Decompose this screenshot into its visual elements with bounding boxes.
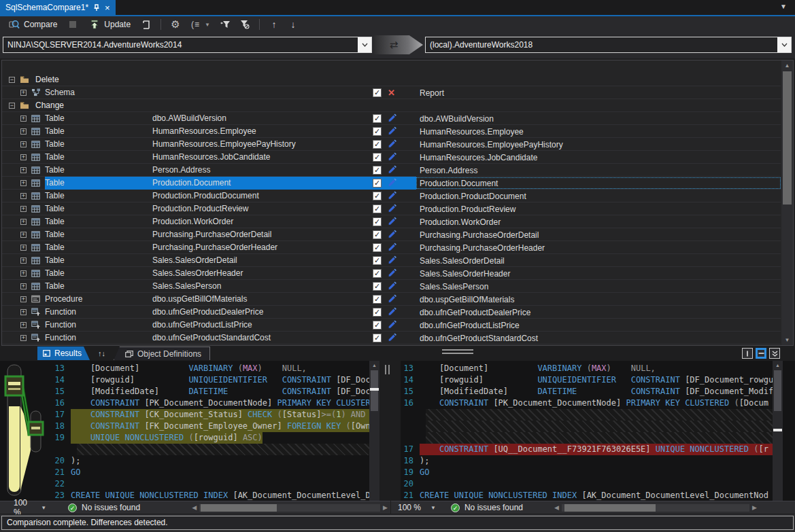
- panel-splitter-grip[interactable]: [442, 349, 473, 354]
- expand-toggle-icon[interactable]: +: [20, 270, 27, 277]
- table-row[interactable]: +Functiondbo.ufnGetProductDealerPrice✓db…: [2, 306, 781, 319]
- close-icon[interactable]: ×: [105, 3, 110, 12]
- include-checkbox[interactable]: ✓: [373, 269, 382, 278]
- compare-button[interactable]: Compare: [5, 17, 60, 32]
- target-database-select[interactable]: (local).AdventureWorks2018: [425, 37, 792, 53]
- expand-toggle-icon[interactable]: +: [20, 322, 27, 328]
- expand-toggle-icon[interactable]: +: [20, 309, 27, 315]
- table-row[interactable]: +TableProduction.WorkOrder✓Production.Wo…: [2, 215, 781, 228]
- scroll-left-icon[interactable]: ◀: [189, 504, 199, 511]
- collapse-toggle-icon[interactable]: −: [9, 103, 15, 109]
- expand-toggle-icon[interactable]: +: [20, 245, 27, 251]
- table-row[interactable]: +TableSales.SalesOrderDetail✓Sales.Sales…: [2, 254, 781, 267]
- expand-toggle-icon[interactable]: +: [20, 167, 27, 173]
- include-checkbox[interactable]: ✓: [373, 153, 382, 162]
- include-checkbox[interactable]: ✓: [373, 256, 382, 265]
- expand-toggle-icon[interactable]: +: [20, 206, 27, 212]
- split-horizontal-icon[interactable]: [756, 348, 766, 359]
- table-row[interactable]: +TableProduction.ProductReview✓Productio…: [2, 202, 781, 215]
- expand-toggle-icon[interactable]: +: [20, 154, 27, 160]
- stop-icon[interactable]: [67, 18, 79, 31]
- scrollbar-thumb[interactable]: [201, 504, 277, 512]
- table-row[interactable]: +TableHumanResources.JobCandidate✓HumanR…: [2, 151, 781, 164]
- table-row[interactable]: +TableSales.SalesPerson✓Sales.SalesPerso…: [2, 280, 781, 293]
- include-checkbox[interactable]: ✓: [373, 88, 382, 97]
- scrollbar-thumb[interactable]: [774, 370, 781, 411]
- filter-icon[interactable]: [220, 18, 232, 31]
- zoom-level-select[interactable]: 100 % ▼: [391, 503, 436, 512]
- table-row[interactable]: +TableProduction.Document✓Production.Doc…: [2, 177, 781, 190]
- table-row[interactable]: +TableHumanResources.Employee✓HumanResou…: [2, 125, 781, 138]
- expand-toggle-icon[interactable]: +: [20, 335, 27, 341]
- scroll-up-icon[interactable]: ▲: [773, 363, 783, 368]
- table-row[interactable]: +TableHumanResources.EmployeePayHistory✓…: [2, 138, 781, 151]
- expand-toggle-icon[interactable]: +: [20, 232, 27, 238]
- group-row[interactable]: −Delete: [2, 73, 781, 86]
- table-row[interactable]: +Schema✓✕Report: [2, 86, 781, 99]
- expand-toggle-icon[interactable]: +: [20, 283, 27, 289]
- expand-toggle-icon[interactable]: +: [20, 193, 27, 199]
- window-dropdown-icon[interactable]: ▼: [780, 3, 787, 10]
- clear-filter-icon[interactable]: [239, 18, 251, 31]
- include-checkbox[interactable]: ✓: [373, 321, 382, 330]
- options-gear-icon[interactable]: ⚙: [169, 18, 182, 31]
- generate-script-icon[interactable]: [140, 18, 152, 31]
- collapse-toggle-icon[interactable]: −: [9, 77, 15, 83]
- group-by-button[interactable]: (≡ ▼: [188, 18, 213, 31]
- include-checkbox[interactable]: ✓: [373, 295, 382, 304]
- target-vertical-scrollbar[interactable]: ▲: [773, 361, 783, 501]
- next-difference-icon[interactable]: ↓: [287, 18, 299, 31]
- previous-difference-icon[interactable]: ↑: [268, 18, 280, 31]
- expand-toggle-icon[interactable]: +: [20, 219, 27, 225]
- table-row[interactable]: +Functiondbo.ufnGetProductListPrice✓dbo.…: [2, 319, 781, 332]
- expand-toggle-icon[interactable]: +: [20, 141, 27, 147]
- scrollbar-thumb[interactable]: [783, 71, 792, 205]
- scroll-right-icon[interactable]: ▶: [749, 504, 760, 511]
- expand-toggle-icon[interactable]: +: [20, 180, 27, 186]
- pin-icon[interactable]: [93, 4, 100, 12]
- source-database-select[interactable]: NINJA\SQLSERVER2014.AdventureWorks2014: [3, 37, 372, 53]
- table-row[interactable]: +TablePerson.Address✓Person.Address: [2, 164, 781, 177]
- table-row[interactable]: +TablePurchasing.PurchaseOrderHeader✓Pur…: [2, 241, 781, 254]
- scrollbar-thumb[interactable]: [371, 370, 378, 411]
- table-row[interactable]: +Proceduredbo.uspGetBillOfMaterials✓dbo.…: [2, 293, 781, 306]
- include-checkbox[interactable]: ✓: [373, 205, 382, 213]
- include-checkbox[interactable]: ✓: [373, 140, 382, 149]
- include-checkbox[interactable]: ✓: [373, 308, 382, 317]
- source-definition-pane[interactable]: 13 [Document] VARBINARY (MAX) NULL,14 [r…: [0, 361, 379, 501]
- pane-splitter[interactable]: [379, 361, 401, 501]
- include-checkbox[interactable]: ✓: [373, 217, 382, 226]
- tab-object-definitions[interactable]: Object Definitions: [114, 347, 210, 360]
- scroll-left-icon[interactable]: ◀: [552, 504, 562, 511]
- split-vertical-icon[interactable]: [742, 348, 753, 359]
- table-row[interactable]: +TableSales.SalesOrderHeader✓Sales.Sales…: [2, 267, 781, 280]
- include-checkbox[interactable]: ✓: [373, 243, 382, 252]
- swap-direction-icon[interactable]: ⇄: [390, 39, 399, 51]
- update-button[interactable]: Update: [86, 17, 133, 32]
- scroll-right-icon[interactable]: ▶: [380, 504, 390, 511]
- grid-vertical-scrollbar[interactable]: ▲ ▼: [781, 60, 793, 345]
- include-checkbox[interactable]: ✓: [373, 114, 382, 123]
- target-definition-pane[interactable]: 13 [Document] VARBINARY (MAX) NULL,14 [r…: [401, 361, 783, 501]
- table-row[interactable]: +Tabledbo.AWBuildVersion✓dbo.AWBuildVers…: [2, 112, 781, 125]
- tab-results[interactable]: Results: [37, 347, 90, 360]
- include-checkbox[interactable]: ✓: [373, 334, 382, 342]
- expand-toggle-icon[interactable]: +: [20, 296, 27, 302]
- include-checkbox[interactable]: ✓: [373, 282, 382, 291]
- include-checkbox[interactable]: ✓: [373, 192, 382, 200]
- scroll-up-icon[interactable]: ▲: [781, 63, 793, 69]
- expand-toggle-icon[interactable]: +: [20, 128, 27, 135]
- document-tab[interactable]: SqlSchemaCompare1* ×: [0, 0, 116, 15]
- sort-order-icon[interactable]: ↑↓: [92, 347, 111, 360]
- expand-toggle-icon[interactable]: +: [20, 90, 27, 96]
- include-checkbox[interactable]: ✓: [373, 166, 382, 175]
- group-row[interactable]: −Change: [2, 99, 781, 112]
- table-row[interactable]: +TableProduction.ProductDocument✓Product…: [2, 190, 781, 202]
- chevron-down-icon[interactable]: [358, 37, 371, 52]
- include-checkbox[interactable]: ✓: [373, 230, 382, 239]
- expand-toggle-icon[interactable]: +: [20, 258, 27, 264]
- scroll-down-icon[interactable]: ▼: [781, 337, 793, 343]
- expand-toggle-icon[interactable]: +: [20, 116, 27, 122]
- scroll-up-icon[interactable]: ▲: [369, 363, 379, 368]
- table-row[interactable]: +TablePurchasing.PurchaseOrderDetail✓Pur…: [2, 228, 781, 241]
